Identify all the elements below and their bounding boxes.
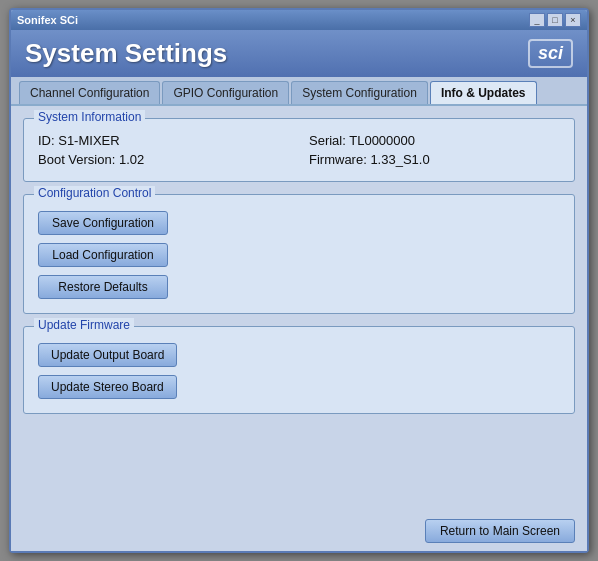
- close-button[interactable]: ×: [565, 13, 581, 27]
- title-bar-text: Sonifex SCi: [17, 14, 78, 26]
- header: System Settings sci: [11, 30, 587, 77]
- main-window: Sonifex SCi _ □ × System Settings sci Ch…: [9, 8, 589, 553]
- config-control-label: Configuration Control: [34, 186, 155, 200]
- system-info-group: System Information ID: S1-MIXER Serial: …: [23, 118, 575, 182]
- title-bar: Sonifex SCi _ □ ×: [11, 10, 587, 30]
- page-title: System Settings: [25, 38, 227, 69]
- system-firmware: Firmware: 1.33_S1.0: [309, 152, 560, 167]
- content-area: System Information ID: S1-MIXER Serial: …: [11, 106, 587, 513]
- tab-channel-configuration[interactable]: Channel Configuration: [19, 81, 160, 104]
- tabs-bar: Channel Configuration GPIO Configuration…: [11, 77, 587, 106]
- update-stereo-board-button[interactable]: Update Stereo Board: [38, 375, 177, 399]
- load-configuration-button[interactable]: Load Configuration: [38, 243, 168, 267]
- update-firmware-group: Update Firmware Update Output Board Upda…: [23, 326, 575, 414]
- system-info-grid: ID: S1-MIXER Serial: TL0000000 Boot Vers…: [38, 133, 560, 167]
- firmware-buttons: Update Output Board Update Stereo Board: [38, 343, 560, 399]
- restore-defaults-button[interactable]: Restore Defaults: [38, 275, 168, 299]
- logo: sci: [528, 39, 573, 68]
- minimize-button[interactable]: _: [529, 13, 545, 27]
- system-serial: Serial: TL0000000: [309, 133, 560, 148]
- system-boot: Boot Version: 1.02: [38, 152, 289, 167]
- system-id: ID: S1-MIXER: [38, 133, 289, 148]
- update-firmware-label: Update Firmware: [34, 318, 134, 332]
- footer: Return to Main Screen: [11, 513, 587, 551]
- return-to-main-screen-button[interactable]: Return to Main Screen: [425, 519, 575, 543]
- config-buttons: Save Configuration Load Configuration Re…: [38, 211, 560, 299]
- title-bar-controls: _ □ ×: [529, 13, 581, 27]
- maximize-button[interactable]: □: [547, 13, 563, 27]
- tab-system-configuration[interactable]: System Configuration: [291, 81, 428, 104]
- tab-info-updates[interactable]: Info & Updates: [430, 81, 537, 104]
- config-control-group: Configuration Control Save Configuration…: [23, 194, 575, 314]
- tab-gpio-configuration[interactable]: GPIO Configuration: [162, 81, 289, 104]
- system-info-label: System Information: [34, 110, 145, 124]
- update-output-board-button[interactable]: Update Output Board: [38, 343, 177, 367]
- save-configuration-button[interactable]: Save Configuration: [38, 211, 168, 235]
